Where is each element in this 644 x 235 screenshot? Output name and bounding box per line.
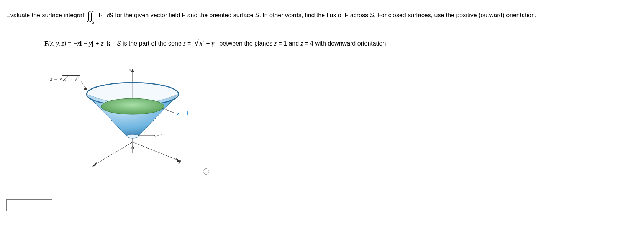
integrand: F · dS [98, 12, 113, 18]
svg-marker-1 [131, 69, 134, 72]
cone-svg [56, 65, 217, 173]
z4-plane-label: z = 4 [177, 110, 188, 117]
y-axis-label: y [179, 158, 181, 165]
info-icon[interactable]: i [203, 168, 209, 175]
double-integral-symbol: ∫∫S [87, 4, 95, 28]
origin-label: 0 [131, 145, 134, 151]
cone-equation-label: z = √x2 + y2 [50, 75, 80, 82]
field-equation: F(x, y, z) = −xi − yj + z3 k, [44, 40, 113, 47]
x-axis-label: x [92, 162, 95, 169]
z-axis-label: z [129, 66, 131, 73]
svg-point-9 [127, 134, 138, 138]
intro-text-1: Evaluate the surface integral [6, 12, 85, 18]
intro-text-2: for the given vector field F and the ori… [115, 12, 536, 18]
answer-input[interactable] [6, 199, 52, 211]
cone-figure: z = √x2 + y2 z z = 4 z = 1 0 x y i [56, 65, 217, 173]
svg-marker-10 [84, 87, 88, 90]
surface-desc-2: between the planes z = 1 and z = 4 with … [219, 40, 386, 47]
z1-plane-label: z = 1 [154, 132, 163, 139]
svg-line-4 [133, 142, 179, 160]
svg-line-2 [94, 142, 133, 165]
vector-field-definition: F(x, y, z) = −xi − yj + z3 k, S is the p… [44, 35, 638, 51]
svg-point-8 [101, 98, 164, 114]
svg-line-11 [162, 108, 175, 113]
sqrt-expression: √x2 + y2 [193, 35, 218, 51]
problem-statement: Evaluate the surface integral ∫∫S F · dS… [6, 4, 638, 28]
surface-desc-1: S is the part of the cone z = [113, 40, 193, 47]
